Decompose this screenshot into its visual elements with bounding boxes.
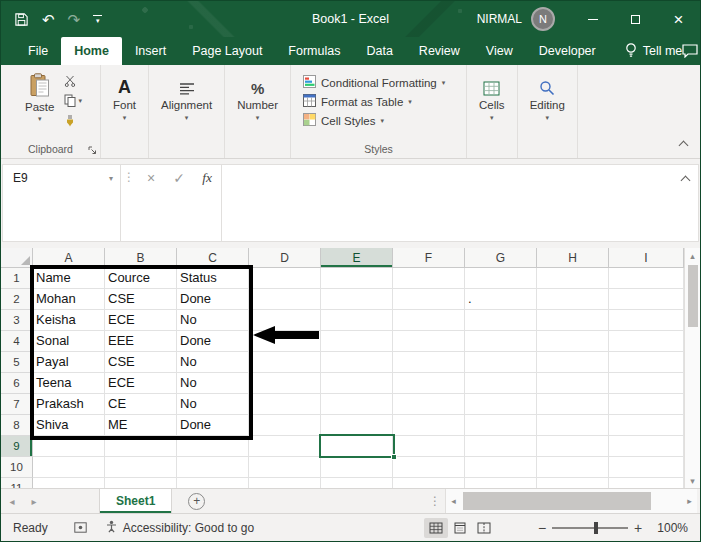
close-button[interactable]: × xyxy=(657,1,700,37)
cell-G6[interactable] xyxy=(465,373,537,394)
cell-F2[interactable] xyxy=(393,289,465,310)
cell-H5[interactable] xyxy=(537,352,609,373)
page-break-view-icon[interactable] xyxy=(472,518,496,538)
cell-B9[interactable] xyxy=(105,436,177,457)
cell-H1[interactable] xyxy=(537,268,609,289)
zoom-slider[interactable] xyxy=(552,521,628,535)
clipboard-dialog-launcher-icon[interactable] xyxy=(88,146,97,155)
cell-A7[interactable]: Prakash xyxy=(33,394,105,415)
tab-review[interactable]: Review xyxy=(406,37,473,65)
insert-function-icon[interactable]: fx xyxy=(193,165,221,191)
cell-F4[interactable] xyxy=(393,331,465,352)
cell-G10[interactable] xyxy=(465,457,537,478)
scroll-down-icon[interactable]: ▾ xyxy=(685,473,700,488)
cell-H8[interactable] xyxy=(537,415,609,436)
cell-A3[interactable]: Keisha xyxy=(33,310,105,331)
zoom-out-button[interactable]: − xyxy=(532,520,552,536)
user-name[interactable]: NIRMAL xyxy=(477,12,522,26)
cell-F10[interactable] xyxy=(393,457,465,478)
paste-button[interactable]: Paste ▾ xyxy=(19,71,60,127)
cell-F9[interactable] xyxy=(393,436,465,457)
cell-A1[interactable]: Name xyxy=(33,268,105,289)
cell-D1[interactable] xyxy=(249,268,321,289)
column-header-D[interactable]: D xyxy=(249,248,321,268)
cell-H3[interactable] xyxy=(537,310,609,331)
cell-G5[interactable] xyxy=(465,352,537,373)
cell-I2[interactable] xyxy=(609,289,684,310)
cell-B6[interactable]: ECE xyxy=(105,373,177,394)
tab-data[interactable]: Data xyxy=(353,37,405,65)
cell-E7[interactable] xyxy=(321,394,393,415)
cell-B11[interactable] xyxy=(105,478,177,488)
cell-I8[interactable] xyxy=(609,415,684,436)
cell-G1[interactable] xyxy=(465,268,537,289)
zoom-percentage[interactable]: 100% xyxy=(654,521,688,535)
cell-I3[interactable] xyxy=(609,310,684,331)
cell-A10[interactable] xyxy=(33,457,105,478)
cell-B5[interactable]: CSE xyxy=(105,352,177,373)
comments-icon[interactable] xyxy=(682,37,698,65)
row-header-3[interactable]: 3 xyxy=(1,310,33,331)
redo-icon[interactable]: ↷ xyxy=(68,12,81,27)
cell-D2[interactable] xyxy=(249,289,321,310)
row-header-7[interactable]: 7 xyxy=(1,394,33,415)
tab-insert[interactable]: Insert xyxy=(122,37,179,65)
cell-H4[interactable] xyxy=(537,331,609,352)
cell-H10[interactable] xyxy=(537,457,609,478)
horizontal-scroll-thumb[interactable] xyxy=(463,492,651,510)
cell-C8[interactable]: Done xyxy=(177,415,249,436)
cell-E4[interactable] xyxy=(321,331,393,352)
cell-E9[interactable] xyxy=(321,436,393,457)
enter-formula-icon[interactable]: ✓ xyxy=(165,165,193,191)
cell-C5[interactable]: No xyxy=(177,352,249,373)
select-all-button[interactable] xyxy=(1,248,33,268)
tab-page-layout[interactable]: Page Layout xyxy=(179,37,275,65)
zoom-in-button[interactable]: + xyxy=(628,520,648,536)
cell-A9[interactable] xyxy=(33,436,105,457)
normal-view-icon[interactable] xyxy=(424,518,448,538)
cell-I5[interactable] xyxy=(609,352,684,373)
row-header-8[interactable]: 8 xyxy=(1,415,33,436)
cell-C6[interactable]: No xyxy=(177,373,249,394)
cell-H9[interactable] xyxy=(537,436,609,457)
cell-C4[interactable]: Done xyxy=(177,331,249,352)
cell-D6[interactable] xyxy=(249,373,321,394)
tab-file[interactable]: File xyxy=(15,37,61,65)
user-avatar[interactable]: N xyxy=(531,7,555,31)
cell-E3[interactable] xyxy=(321,310,393,331)
save-icon[interactable] xyxy=(14,12,29,27)
cell-C2[interactable]: Done xyxy=(177,289,249,310)
cell-D11[interactable] xyxy=(249,478,321,488)
row-header-5[interactable]: 5 xyxy=(1,352,33,373)
row-header-10[interactable]: 10 xyxy=(1,457,33,478)
cell-D9[interactable] xyxy=(249,436,321,457)
cell-B3[interactable]: ECE xyxy=(105,310,177,331)
sheet-nav-right-icon[interactable]: ▸ xyxy=(23,489,45,513)
sheet-tab-sheet1[interactable]: Sheet1 xyxy=(99,489,172,513)
tab-formulas[interactable]: Formulas xyxy=(275,37,353,65)
cell-C1[interactable]: Status xyxy=(177,268,249,289)
cell-I10[interactable] xyxy=(609,457,684,478)
conditional-formatting-button[interactable]: Conditional Formatting ▾ xyxy=(301,73,447,92)
row-header-4[interactable]: 4 xyxy=(1,331,33,352)
cell-B1[interactable]: Cource xyxy=(105,268,177,289)
cell-C10[interactable] xyxy=(177,457,249,478)
tab-home[interactable]: Home xyxy=(61,37,122,65)
cell-E10[interactable] xyxy=(321,457,393,478)
number-group-button[interactable]: % Number ▾ xyxy=(225,65,291,158)
cell-F11[interactable] xyxy=(393,478,465,488)
column-header-C[interactable]: C xyxy=(177,248,249,268)
cell-I9[interactable] xyxy=(609,436,684,457)
cell-H2[interactable] xyxy=(537,289,609,310)
vertical-scrollbar[interactable]: ▴ ▾ xyxy=(684,248,700,488)
cell-A5[interactable]: Payal xyxy=(33,352,105,373)
cell-E2[interactable] xyxy=(321,289,393,310)
row-header-2[interactable]: 2 xyxy=(1,289,33,310)
editing-group-button[interactable]: Editing ▾ xyxy=(518,65,578,158)
tab-view[interactable]: View xyxy=(473,37,526,65)
tell-me-button[interactable]: Tell me xyxy=(625,37,683,65)
cancel-formula-icon[interactable]: × xyxy=(137,165,165,191)
accessibility-status[interactable]: Accessibility: Good to go xyxy=(105,520,254,536)
maximize-button[interactable] xyxy=(614,1,657,37)
alignment-group-button[interactable]: Alignment ▾ xyxy=(149,65,225,158)
